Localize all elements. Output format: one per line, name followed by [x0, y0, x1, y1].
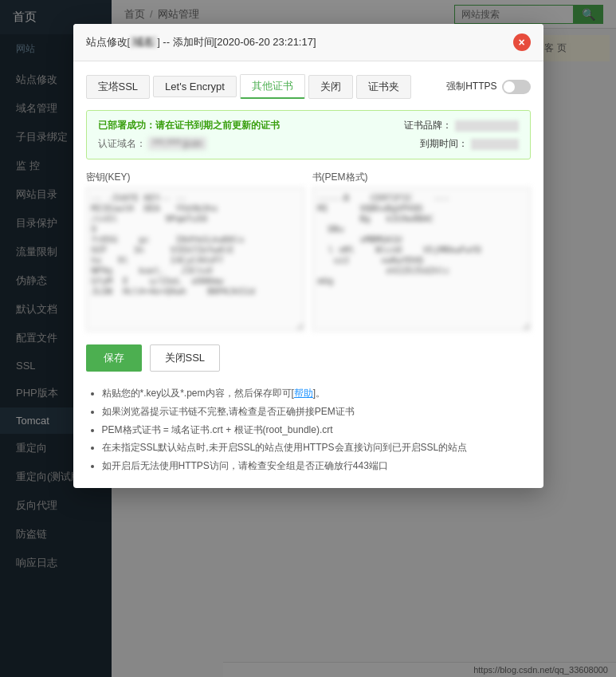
toggle-knob	[504, 81, 515, 92]
modal-close-button[interactable]: ×	[513, 33, 531, 51]
cert-box: 书(PEM格式) -----B CERTIFIC --- MI VQBhxBgV…	[312, 171, 531, 333]
tab-lets-encrypt[interactable]: Let's Encrypt	[153, 76, 237, 97]
expire-row: 到期时间：	[404, 137, 518, 151]
modal-overlay: 站点修改[域名] -- 添加时间[2020-06-20 23:21:17] × …	[0, 0, 616, 677]
key-box: 密钥(KEY) -- -IVATE KEY-- -- MIIEowlH DEA …	[86, 171, 304, 333]
modal-body: 宝塔SSL Let's Encrypt 其他证书 关闭 证书夹 强制HTTPS …	[73, 61, 543, 488]
tips-list: 粘贴您的*.key以及*.pem内容，然后保存即可[帮助]。 如果浏览器提示证书…	[86, 384, 531, 475]
cert-textarea[interactable]: -----B CERTIFIC --- MI VQBhxBgVPVQ5 Bg k…	[312, 187, 531, 331]
https-toggle-switch[interactable]	[502, 80, 531, 94]
cert-label: 书(PEM格式)	[312, 171, 531, 184]
success-left: 已部署成功：请在证书到期之前更新的证书 认证域名： ***.****.ji.cn	[98, 119, 280, 151]
key-textarea[interactable]: -- -IVATE KEY-- -- MIIEowlH DEA Y5k9b3hs…	[86, 187, 304, 331]
action-buttons: 保存 关闭SSL	[86, 344, 531, 372]
modal: 站点修改[域名] -- 添加时间[2020-06-20 23:21:17] × …	[73, 24, 543, 488]
modal-header: 站点修改[域名] -- 添加时间[2020-06-20 23:21:17] ×	[73, 24, 543, 61]
success-status: 已部署成功：请在证书到期之前更新的证书	[98, 119, 280, 132]
tab-close[interactable]: 关闭	[308, 75, 353, 99]
tab-baota-ssl[interactable]: 宝塔SSL	[86, 75, 151, 99]
domain-label-row: 认证域名： ***.****.ji.cn	[98, 137, 280, 151]
tabs: 宝塔SSL Let's Encrypt 其他证书 关闭 证书夹 强制HTTPS	[86, 74, 531, 99]
key-label: 密钥(KEY)	[86, 171, 304, 184]
help-link[interactable]: 帮助	[294, 388, 313, 399]
success-box: 已部署成功：请在证书到期之前更新的证书 认证域名： ***.****.ji.cn…	[86, 110, 531, 159]
success-right: 证书品牌： 到期时间：	[404, 119, 518, 151]
expire-value	[471, 139, 519, 150]
https-toggle-label: 强制HTTPS	[446, 80, 496, 93]
close-ssl-button[interactable]: 关闭SSL	[150, 344, 221, 372]
https-toggle-container: 强制HTTPS	[446, 80, 530, 94]
modal-title: 站点修改[域名] -- 添加时间[2020-06-20 23:21:17]	[86, 35, 316, 49]
key-cert-row: 密钥(KEY) -- -IVATE KEY-- -- MIIEowlH DEA …	[86, 171, 531, 333]
tip-1: 粘贴您的*.key以及*.pem内容，然后保存即可[帮助]。	[102, 384, 531, 403]
save-button[interactable]: 保存	[86, 344, 142, 372]
tip-4: 在未指定SSL默认站点时,未开启SSL的站点使用HTTPS会直接访问到已开启SS…	[102, 439, 531, 457]
tip-2: 如果浏览器提示证书链不完整,请检查是否正确拼接PEM证书	[102, 403, 531, 421]
tab-other-cert[interactable]: 其他证书	[240, 74, 305, 99]
tip-3: PEM格式证书 = 域名证书.crt + 根证书(root_bundle).cr…	[102, 421, 531, 439]
domain-value: ***.****.ji.cn	[148, 137, 206, 150]
tip-5: 如开启后无法使用HTTPS访问，请检查安全组是否正确放行443端口	[102, 457, 531, 475]
tab-cert-folder[interactable]: 证书夹	[356, 75, 411, 99]
brand-row: 证书品牌：	[404, 119, 518, 132]
brand-value	[455, 120, 519, 132]
